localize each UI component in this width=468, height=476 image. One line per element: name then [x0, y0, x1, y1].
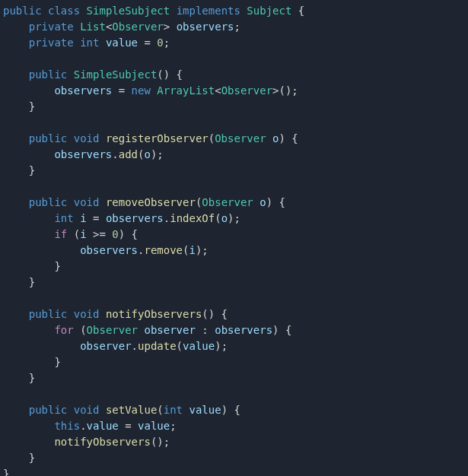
keyword-new: new: [132, 84, 151, 97]
var-observers: observers: [215, 324, 272, 336]
type-observer: Observer: [87, 324, 138, 336]
var-o: o: [221, 212, 228, 224]
keyword-void: void: [74, 308, 100, 320]
method-update: update: [138, 340, 177, 352]
keyword-void: void: [74, 196, 100, 208]
var-observers: observers: [54, 148, 112, 160]
keyword-public: public: [29, 68, 68, 81]
keyword-this: this: [54, 420, 80, 432]
keyword-public: public: [29, 196, 68, 208]
var-value: value: [87, 420, 119, 432]
keyword-for: for: [54, 324, 73, 336]
method-notifyobservers: notifyObservers: [106, 308, 202, 320]
literal-zero: 0: [157, 36, 163, 49]
code-block: public class SimpleSubject implements Su…: [3, 3, 459, 476]
type-observer: Observer: [202, 196, 253, 208]
type-simplesubject: SimpleSubject: [87, 5, 170, 17]
keyword-private: private: [29, 21, 74, 33]
method-indexof: indexOf: [170, 212, 215, 224]
keyword-if: if: [54, 228, 67, 240]
var-value: value: [183, 340, 215, 352]
var-i: i: [80, 228, 86, 240]
param-o: o: [272, 132, 279, 144]
type-observer: Observer: [215, 132, 266, 144]
keyword-public: public: [29, 404, 68, 416]
method-setvalue: setValue: [106, 404, 157, 416]
keyword-class: class: [48, 5, 80, 17]
var-observer: observer: [144, 324, 195, 336]
param-o: o: [259, 196, 266, 208]
literal-zero: 0: [112, 228, 118, 240]
var-value: value: [106, 36, 138, 49]
keyword-void: void: [74, 132, 100, 144]
var-observers: observers: [80, 244, 138, 256]
keyword-private: private: [29, 36, 74, 49]
method-notifyobservers-call: notifyObservers: [54, 436, 150, 448]
var-i: i: [80, 212, 86, 224]
param-value: value: [189, 404, 221, 416]
type-list: List: [80, 21, 106, 33]
method-add: add: [119, 148, 138, 160]
var-observers: observers: [106, 212, 164, 224]
method-remove: remove: [144, 244, 183, 256]
var-observers: observers: [54, 84, 112, 97]
type-subject: Subject: [247, 5, 291, 17]
keyword-void: void: [74, 404, 100, 416]
keyword-int: int: [164, 404, 183, 416]
keyword-public: public: [29, 308, 68, 320]
keyword-implements: implements: [177, 5, 240, 17]
keyword-int: int: [80, 36, 99, 49]
var-observers: observers: [177, 21, 234, 33]
keyword-public: public: [29, 132, 68, 144]
method-registerobserver: registerObserver: [106, 132, 209, 144]
method-removeobserver: removeObserver: [106, 196, 196, 208]
type-observer: Observer: [221, 84, 272, 97]
var-i: i: [189, 244, 195, 256]
type-arraylist: ArrayList: [157, 84, 215, 97]
operator-gte: >=: [93, 228, 106, 240]
var-value: value: [138, 420, 170, 432]
constructor-name: SimpleSubject: [74, 68, 158, 81]
keyword-public: public: [3, 5, 42, 17]
var-observer: observer: [80, 340, 131, 352]
keyword-int: int: [54, 212, 73, 224]
type-observer: Observer: [112, 21, 163, 33]
var-o: o: [144, 148, 150, 160]
